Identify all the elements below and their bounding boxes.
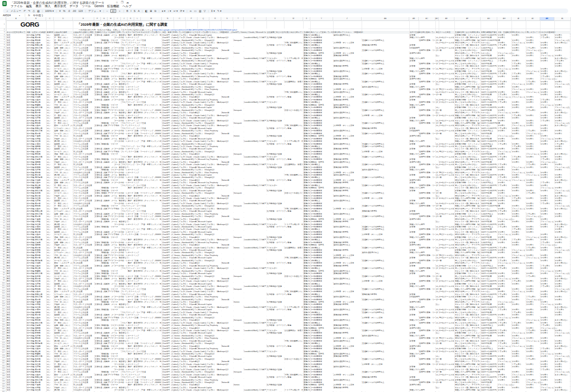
cell[interactable]: どちらともいえない	[526, 153, 540, 155]
font-select[interactable]: デフォ… ▾	[88, 10, 101, 13]
cell[interactable]: 業務の時間短縮・効率化	[304, 288, 310, 290]
cell[interactable]: Microsoft Copilot	[198, 158, 209, 160]
comment-icon[interactable]: ▭	[194, 10, 197, 12]
cell[interactable]: 医療・ヘルスケア（はい）	[54, 262, 72, 264]
cell[interactable]: Notion AI	[222, 327, 303, 329]
cell[interactable]: 2〜4時間程度	[311, 389, 409, 391]
sheet-survey-title[interactable]: 「2026年最新・企業の生成AIの利用実態」に関する調査	[76, 22, 168, 27]
cell[interactable]: どちらともいえない	[498, 179, 511, 181]
cell[interactable]: 男性	[7, 265, 26, 267]
cell[interactable]: 不動産（はい）	[54, 161, 72, 163]
cell[interactable]: Microsoft Copilot	[198, 106, 266, 108]
cell[interactable]: Claude（Claude Codeなども含む）【Anthropic社】	[186, 202, 243, 205]
cell[interactable]: 30〜39歳 愛知県	[27, 88, 46, 90]
cell[interactable]: 社内研修・ガイドライン整備	[267, 59, 303, 62]
cell[interactable]: グロース上場企業	[73, 259, 94, 262]
cell[interactable]: 4〜6人チームがある	[439, 363, 454, 365]
cell[interactable]: 現場の活用シーン・アイデアが足りない	[455, 179, 480, 181]
cell[interactable]: データ分析・レポーティング	[115, 93, 134, 96]
cell[interactable]: 現場の活用シーン・アイデアが足りない	[455, 41, 480, 44]
cell[interactable]: Notion AI	[222, 262, 266, 264]
cell[interactable]: それ以外の上場企業	[73, 119, 114, 122]
cell[interactable]: とても思う	[498, 184, 511, 186]
cell[interactable]: Gemini	[234, 246, 243, 249]
cell[interactable]: やや思う	[555, 365, 570, 368]
cell[interactable]: やや思う	[541, 365, 554, 368]
cell[interactable]: やや思う	[498, 319, 525, 321]
cell[interactable]: とても思う	[498, 246, 525, 249]
cell[interactable]: 100万〜1,000万円未満	[481, 122, 511, 124]
cell[interactable]: ChatGPT（Codexなども含む）【OpenAI社】	[162, 117, 197, 119]
cell[interactable]: 自部門の業務・リーダー層	[419, 259, 454, 262]
cell[interactable]: 4〜6人チームがある	[439, 295, 454, 298]
cell[interactable]: スタンダード上場企業	[73, 195, 94, 197]
cell[interactable]: サービス（はい）	[54, 150, 72, 153]
cell[interactable]: Gemini	[234, 163, 243, 166]
cell[interactable]: セキュリティ面に懸念がある	[455, 231, 480, 233]
cell[interactable]: 女性	[7, 57, 26, 59]
cell[interactable]: 各部門の現場	[410, 218, 454, 220]
cell[interactable]: やや思う	[512, 127, 540, 129]
cell[interactable]: 40〜49歳 千葉県	[27, 135, 46, 137]
cell[interactable]: 学習・教育コンテンツ作成	[141, 163, 161, 166]
cell[interactable]: やや思う	[555, 163, 570, 166]
cell[interactable]: ChatGPT（Codexなども含む）【OpenAI社】	[162, 140, 185, 142]
cell[interactable]: スタンダード上場企業	[73, 319, 100, 321]
cell[interactable]: 男性	[7, 355, 26, 357]
cell[interactable]: スタンダード上場企業	[73, 199, 94, 202]
cell[interactable]: ChatGPT（Codexなども含む）【OpenAI社】	[162, 47, 173, 49]
cell[interactable]: 全社展開済み、定着フェーズ	[285, 246, 303, 249]
cell[interactable]: やや思う	[555, 295, 570, 298]
cell[interactable]: はい	[47, 41, 53, 44]
cell[interactable]: DX推進部門	[410, 295, 435, 298]
cell[interactable]: やや思う	[512, 54, 525, 57]
cell[interactable]: 自部門の業務・リーダー層	[419, 280, 438, 282]
cell[interactable]: 業務の時間短縮・効率化	[304, 334, 310, 337]
cell[interactable]: Gemini（NotebookLMなども含む）【Google社】	[174, 129, 209, 132]
cell[interactable]: 生成AIツールの活用率向上	[362, 311, 418, 314]
cell[interactable]: 業務の時間短縮・効率化	[304, 192, 310, 194]
cell[interactable]: 業務の時間短縮・効率化	[304, 72, 310, 75]
cell[interactable]: 50〜59歳 愛知県	[27, 153, 46, 155]
cell[interactable]: 40〜49歳 神奈川県	[27, 106, 46, 108]
cell[interactable]: 経営層の理解・コミットメントが得られない	[455, 59, 480, 62]
cell[interactable]: とても思う	[512, 62, 525, 65]
cell[interactable]: IT・通信（はい）	[54, 368, 72, 371]
cell[interactable]: やや思う	[555, 174, 570, 176]
cell[interactable]: やや思う	[526, 41, 540, 44]
cell[interactable]: 女性	[7, 383, 26, 386]
cell[interactable]: やや思う	[541, 153, 554, 155]
cell[interactable]: 資料作成効率の向上	[334, 34, 409, 36]
cell[interactable]: やや思う	[512, 270, 540, 272]
cell[interactable]: DX推進部門	[410, 47, 435, 49]
cell[interactable]: やや思う	[541, 332, 554, 334]
cell[interactable]: やや思う	[512, 256, 525, 259]
cell[interactable]: ChatGPT（Codexなども含む）【OpenAI社】	[162, 314, 197, 316]
cell[interactable]: 経営層の理解・コミットメントが得られない	[455, 199, 480, 202]
cell[interactable]: 製造業（はい）	[54, 332, 72, 334]
cell[interactable]: 男性	[7, 189, 26, 192]
cell[interactable]: はい	[47, 91, 53, 93]
cell[interactable]: プライム上場企業	[73, 324, 94, 326]
cell[interactable]: 経営層の理解・コミットメントが得られない	[455, 117, 480, 119]
cell[interactable]: やや思う	[555, 228, 570, 230]
cell[interactable]: 業務の時間短縮・効率化	[304, 210, 310, 212]
cell[interactable]: 5〜9時間程度	[311, 39, 361, 41]
cell[interactable]: Gemini（NotebookLMなども含む）【Google社】	[174, 215, 221, 217]
cell[interactable]: やや思う	[555, 145, 570, 147]
cell[interactable]: やや思う	[541, 156, 554, 158]
cell[interactable]: とても思う	[498, 342, 511, 344]
cell[interactable]: 100万円未満	[481, 251, 497, 254]
cell[interactable]: 30〜39歳 大阪府	[27, 68, 46, 70]
cell[interactable]: やや思う	[555, 322, 570, 324]
cell[interactable]: はい	[47, 389, 53, 391]
cell[interactable]: やや思う	[541, 70, 554, 72]
cell[interactable]: Claude（Claude Codeなども含む）【Anthropic社】	[186, 57, 243, 59]
cell[interactable]: はい	[47, 332, 53, 334]
cell[interactable]: 翻訳・多言語対応（チャットボット、FAQ作成など）	[128, 96, 161, 98]
cell[interactable]: スタンダード上場企業	[73, 44, 120, 46]
cell[interactable]: とても思う	[512, 72, 525, 75]
cell[interactable]: 100万円未満	[481, 153, 497, 155]
cell[interactable]: 生成AIツールの活用率向上	[362, 156, 418, 158]
cell[interactable]: 翻訳・多言語対応（チャットボット、FAQ作成など）	[128, 117, 161, 119]
